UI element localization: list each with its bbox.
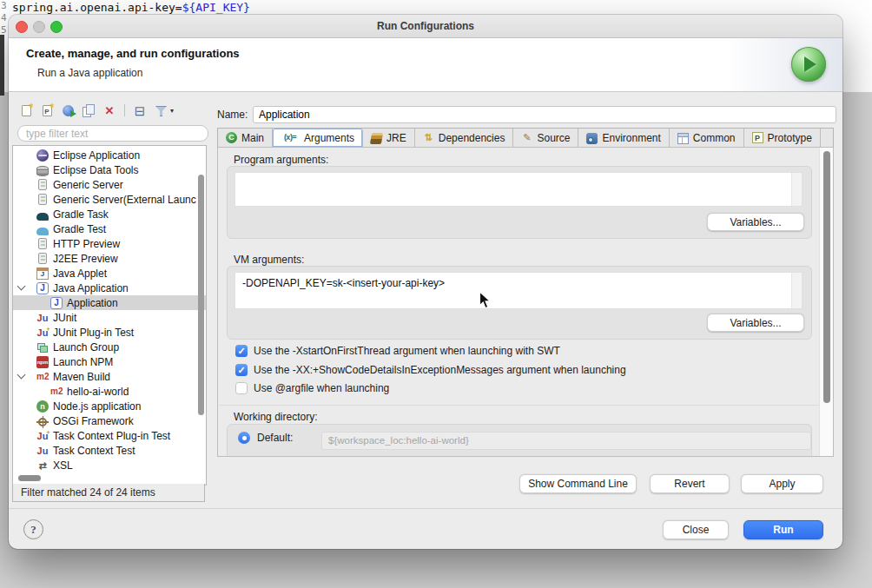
checkbox-row-use-the-xstartonfirstthread: ✓Use the -XstartOnFirstThread argument w… bbox=[235, 345, 560, 357]
tree-item-label: Java Application bbox=[53, 282, 129, 294]
tree-item-launch-npm[interactable]: npmLaunch NPM bbox=[13, 354, 206, 369]
tab-main[interactable]: CMain bbox=[218, 129, 273, 147]
export-configurations-button[interactable] bbox=[59, 102, 76, 118]
dialog-header-banner: Create, manage, and run configurations R… bbox=[9, 38, 842, 92]
junit-plugin-icon: Ju bbox=[36, 430, 49, 442]
prototype-icon: P bbox=[752, 132, 763, 143]
launch-config-tree: Eclipse ApplicationEclipse Data ToolsGen… bbox=[12, 145, 207, 486]
checkbox[interactable]: ✓ bbox=[235, 364, 248, 376]
tab-source[interactable]: ✎Source bbox=[513, 129, 578, 147]
revert-button[interactable]: Revert bbox=[650, 474, 730, 493]
expander-chevron-icon[interactable] bbox=[16, 375, 26, 378]
environment-icon bbox=[586, 133, 598, 144]
server-icon bbox=[38, 179, 47, 190]
tree-item-task-context-plug-in-test[interactable]: JuTask Context Plug-in Test bbox=[13, 428, 206, 443]
tab-environment[interactable]: Environment bbox=[578, 129, 669, 147]
tree-item-xsl[interactable]: ⇄XSL bbox=[13, 458, 206, 472]
tree-item-label: JUnit Plug-in Test bbox=[53, 327, 134, 339]
server-icon bbox=[38, 194, 47, 205]
tab-jre[interactable]: JRE bbox=[363, 129, 415, 147]
npm-icon: npm bbox=[36, 356, 49, 368]
tree-item-gradle-task[interactable]: Gradle Task bbox=[13, 207, 206, 221]
show-command-line-button[interactable]: Show Command Line bbox=[519, 474, 637, 493]
tree-item-application[interactable]: JApplication bbox=[13, 295, 206, 310]
delete-button[interactable]: ✕ bbox=[101, 102, 118, 118]
name-input[interactable] bbox=[253, 106, 836, 123]
java-icon: J bbox=[36, 282, 49, 294]
working-directory-input[interactable]: ${workspace_loc:hello-ai-world} bbox=[321, 432, 811, 450]
dialog-title: Run Configurations bbox=[9, 15, 842, 37]
tree-item-gradle-test[interactable]: Gradle Test bbox=[13, 221, 206, 236]
program-arguments-textarea[interactable] bbox=[235, 172, 803, 207]
eclipse-icon bbox=[36, 149, 49, 162]
vm-arguments-variables-button[interactable]: Variables... bbox=[707, 314, 804, 332]
source-icon: ✎ bbox=[521, 132, 532, 143]
tree-item-maven-build[interactable]: m2Maven Build bbox=[13, 369, 206, 384]
editor-code-line: spring.ai.openai.api-key=${API_KEY} bbox=[12, 1, 250, 14]
tree-vertical-scrollbar[interactable] bbox=[198, 175, 204, 415]
server-icon bbox=[38, 238, 47, 249]
applet-icon bbox=[36, 268, 49, 280]
tree-item-osgi-framework[interactable]: OSGi Framework bbox=[13, 413, 206, 428]
apply-button[interactable]: Apply bbox=[741, 474, 823, 493]
maven-icon: m2 bbox=[36, 371, 49, 383]
delete-icon: ✕ bbox=[103, 104, 116, 116]
tree-item-label: Java Applet bbox=[53, 268, 107, 280]
tree-horizontal-scrollbar[interactable] bbox=[18, 475, 41, 481]
new-configuration-icon bbox=[22, 105, 31, 116]
tree-item-java-application[interactable]: JJava Application bbox=[13, 281, 206, 295]
common-icon bbox=[677, 133, 689, 144]
expander-chevron-icon[interactable] bbox=[16, 287, 26, 289]
section-divider bbox=[219, 405, 819, 406]
filter-button[interactable] bbox=[152, 102, 169, 118]
tab-dependencies[interactable]: ⇅Dependencies bbox=[415, 129, 514, 147]
new-configuration-button[interactable] bbox=[17, 102, 35, 118]
tree-item-node-js-application[interactable]: nNode.js application bbox=[13, 399, 206, 413]
checkbox[interactable] bbox=[235, 382, 248, 394]
new-prototype-button[interactable] bbox=[38, 102, 56, 118]
tree-item-eclipse-data-tools[interactable]: Eclipse Data Tools bbox=[13, 162, 206, 177]
tab-label: Prototype bbox=[768, 132, 812, 144]
gradle-light-icon bbox=[36, 228, 49, 235]
tree-item-generic-server-external-launc[interactable]: Generic Server(External Launc bbox=[13, 192, 206, 207]
tree-item-junit[interactable]: JuJUnit bbox=[13, 310, 206, 325]
vm-arguments-textarea[interactable]: -DOPENAPI_KEY=sk-<insert-your-api-key> bbox=[235, 272, 803, 309]
close-button[interactable]: Close bbox=[663, 520, 729, 539]
name-label: Name: bbox=[217, 109, 248, 121]
duplicate-button[interactable] bbox=[80, 102, 97, 118]
screen: 345 spring.ai.openai.api-key=${API_KEY} … bbox=[0, 0, 872, 588]
tab-common[interactable]: Common bbox=[670, 129, 744, 147]
content-vertical-scrollbar[interactable] bbox=[823, 151, 830, 403]
tree-item-label: Launch Group bbox=[53, 341, 119, 353]
checkbox-label: Use the -XX:+ShowCodeDetailsInExceptionM… bbox=[254, 364, 626, 376]
tree-item-hello-ai-world[interactable]: m2hello-ai-world bbox=[13, 384, 206, 399]
checkbox[interactable]: ✓ bbox=[235, 345, 248, 357]
tree-item-java-applet[interactable]: Java Applet bbox=[13, 266, 206, 281]
tree-item-task-context-test[interactable]: JuTask Context Test bbox=[13, 443, 206, 458]
tab-arguments[interactable]: (x)=Arguments bbox=[273, 129, 363, 147]
tab-prototype[interactable]: PPrototype bbox=[744, 129, 821, 147]
program-arguments-variables-button[interactable]: Variables... bbox=[707, 213, 804, 231]
tree-item-eclipse-application[interactable]: Eclipse Application bbox=[13, 148, 206, 162]
filter-input[interactable] bbox=[17, 125, 208, 142]
tree-item-j2ee-preview[interactable]: J2EE Preview bbox=[13, 251, 206, 266]
tree-item-label: Gradle Test bbox=[53, 223, 106, 235]
junit-icon: Ju bbox=[36, 312, 49, 324]
tree-item-generic-server[interactable]: Generic Server bbox=[13, 177, 206, 192]
tree-item-label: Node.js application bbox=[53, 400, 141, 413]
default-radio[interactable] bbox=[238, 432, 250, 444]
collapse-all-button[interactable]: ⊟ bbox=[131, 102, 149, 118]
tree-item-junit-plug-in-test[interactable]: JuJUnit Plug-in Test bbox=[13, 325, 206, 340]
server-icon bbox=[38, 253, 47, 264]
program-arguments-group: Variables... bbox=[227, 166, 812, 239]
tree-item-launch-group[interactable]: Launch Group bbox=[13, 340, 206, 354]
tree-item-label: Maven Build bbox=[53, 371, 110, 383]
filter-menu-caret-icon[interactable]: ▾ bbox=[170, 107, 174, 115]
run-button[interactable]: Run bbox=[743, 520, 823, 539]
tree-item-label: J2EE Preview bbox=[53, 253, 118, 265]
dialog-titlebar[interactable]: Run Configurations bbox=[9, 15, 842, 38]
tab-label: Arguments bbox=[304, 132, 354, 144]
java-icon: J bbox=[50, 297, 63, 309]
help-button[interactable]: ? bbox=[23, 519, 43, 539]
tree-item-http-preview[interactable]: HTTP Preview bbox=[13, 236, 206, 251]
